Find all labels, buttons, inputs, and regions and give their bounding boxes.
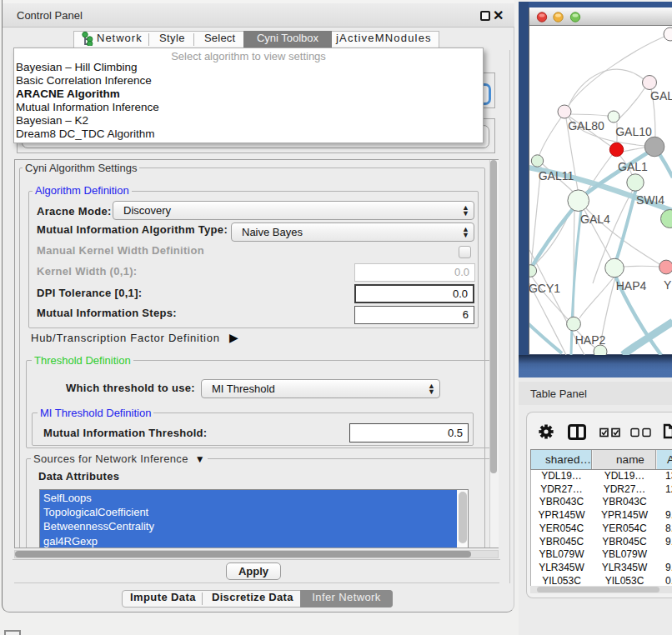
svg-text:GAL: GAL: [650, 89, 672, 102]
svg-text:GAL1: GAL1: [618, 160, 648, 173]
svg-text:HAP2: HAP2: [575, 333, 606, 347]
svg-text:HAP4: HAP4: [616, 279, 647, 292]
svg-text:Y: Y: [664, 278, 672, 292]
svg-text:GAL10: GAL10: [615, 125, 652, 138]
svg-text:GAL4: GAL4: [580, 212, 610, 226]
svg-text:SWI4: SWI4: [636, 193, 664, 207]
svg-text:GAL80: GAL80: [568, 119, 604, 132]
svg-text:GCY1: GCY1: [529, 282, 560, 295]
svg-text:GAL11: GAL11: [539, 169, 574, 182]
